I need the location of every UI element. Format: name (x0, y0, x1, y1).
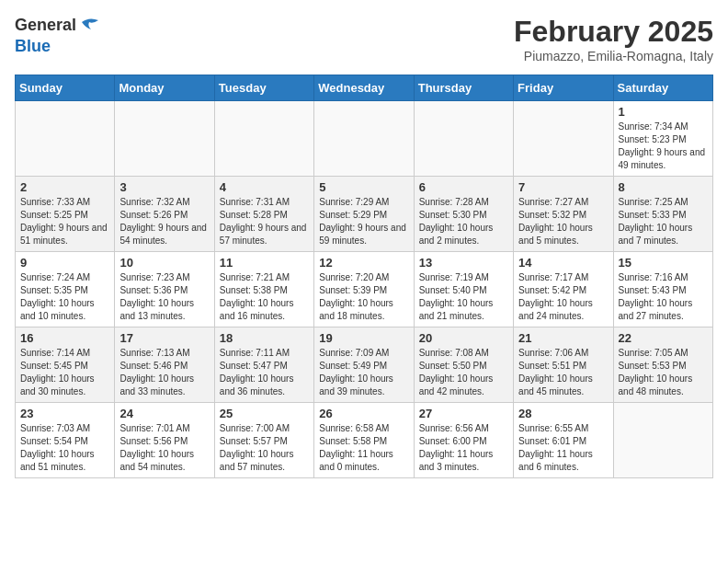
calendar-cell (115, 101, 214, 177)
day-number: 15 (619, 256, 708, 270)
day-number: 10 (119, 256, 209, 270)
day-number: 4 (220, 180, 309, 194)
day-number: 27 (419, 407, 508, 420)
day-info: Sunrise: 7:27 AM Sunset: 5:32 PM Dayligh… (518, 196, 608, 247)
calendar-cell: 22Sunrise: 7:05 AM Sunset: 5:53 PM Dayli… (613, 327, 712, 403)
day-number: 25 (220, 407, 309, 420)
calendar-cell: 27Sunrise: 6:56 AM Sunset: 6:00 PM Dayli… (414, 403, 513, 478)
day-number: 6 (419, 180, 508, 194)
day-number: 8 (619, 180, 708, 194)
day-info: Sunrise: 7:01 AM Sunset: 5:56 PM Dayligh… (119, 422, 209, 474)
day-number: 20 (419, 331, 508, 345)
calendar-week-row: 1Sunrise: 7:34 AM Sunset: 5:23 PM Daylig… (16, 101, 713, 177)
calendar-week-row: 9Sunrise: 7:24 AM Sunset: 5:35 PM Daylig… (16, 252, 713, 327)
day-info: Sunrise: 7:05 AM Sunset: 5:53 PM Dayligh… (619, 347, 708, 398)
calendar-cell: 18Sunrise: 7:11 AM Sunset: 5:47 PM Dayli… (214, 327, 313, 403)
calendar-cell: 25Sunrise: 7:00 AM Sunset: 5:57 PM Dayli… (214, 403, 313, 478)
logo: General Blue (15, 15, 100, 57)
calendar-cell (613, 403, 712, 478)
calendar-cell: 3Sunrise: 7:32 AM Sunset: 5:26 PM Daylig… (115, 177, 214, 252)
day-number: 11 (220, 256, 309, 270)
calendar-cell: 4Sunrise: 7:31 AM Sunset: 5:28 PM Daylig… (214, 177, 313, 252)
day-number: 19 (319, 331, 408, 345)
calendar-cell: 26Sunrise: 6:58 AM Sunset: 5:58 PM Dayli… (314, 403, 414, 478)
calendar-cell: 24Sunrise: 7:01 AM Sunset: 5:56 PM Dayli… (115, 403, 214, 478)
day-info: Sunrise: 7:31 AM Sunset: 5:28 PM Dayligh… (220, 196, 309, 247)
month-title: February 2025 (514, 15, 713, 49)
calendar-week-row: 16Sunrise: 7:14 AM Sunset: 5:45 PM Dayli… (16, 327, 713, 403)
day-info: Sunrise: 7:25 AM Sunset: 5:33 PM Dayligh… (619, 196, 708, 247)
calendar-cell (16, 101, 115, 177)
calendar-cell: 5Sunrise: 7:29 AM Sunset: 5:29 PM Daylig… (314, 177, 414, 252)
title-block: February 2025 Piumazzo, Emilia-Romagna, … (514, 15, 713, 63)
day-info: Sunrise: 7:20 AM Sunset: 5:39 PM Dayligh… (319, 271, 408, 323)
calendar-cell: 19Sunrise: 7:09 AM Sunset: 5:49 PM Dayli… (314, 327, 414, 403)
day-number: 17 (119, 331, 209, 345)
calendar-cell: 20Sunrise: 7:08 AM Sunset: 5:50 PM Dayli… (414, 327, 513, 403)
day-info: Sunrise: 7:08 AM Sunset: 5:50 PM Dayligh… (419, 347, 508, 398)
calendar-cell: 12Sunrise: 7:20 AM Sunset: 5:39 PM Dayli… (314, 252, 414, 327)
day-info: Sunrise: 7:13 AM Sunset: 5:46 PM Dayligh… (119, 347, 209, 398)
calendar-week-row: 2Sunrise: 7:33 AM Sunset: 5:25 PM Daylig… (16, 177, 713, 252)
calendar-cell: 28Sunrise: 6:55 AM Sunset: 6:01 PM Dayli… (514, 403, 613, 478)
day-info: Sunrise: 7:00 AM Sunset: 5:57 PM Dayligh… (220, 422, 309, 474)
calendar-cell (414, 101, 513, 177)
day-number: 5 (319, 180, 408, 194)
day-number: 9 (20, 256, 109, 270)
calendar-day-header: Sunday (16, 75, 115, 101)
calendar-cell: 21Sunrise: 7:06 AM Sunset: 5:51 PM Dayli… (514, 327, 613, 403)
day-info: Sunrise: 7:03 AM Sunset: 5:54 PM Dayligh… (20, 422, 109, 474)
calendar-cell: 14Sunrise: 7:17 AM Sunset: 5:42 PM Dayli… (514, 252, 613, 327)
calendar-header-row: SundayMondayTuesdayWednesdayThursdayFrid… (16, 75, 713, 101)
calendar-cell (514, 101, 613, 177)
day-info: Sunrise: 7:24 AM Sunset: 5:35 PM Dayligh… (20, 271, 109, 323)
calendar-cell: 11Sunrise: 7:21 AM Sunset: 5:38 PM Dayli… (214, 252, 313, 327)
day-number: 12 (319, 256, 408, 270)
logo-general-text: General (15, 16, 76, 36)
calendar-cell: 7Sunrise: 7:27 AM Sunset: 5:32 PM Daylig… (514, 177, 613, 252)
day-info: Sunrise: 6:55 AM Sunset: 6:01 PM Dayligh… (518, 422, 608, 474)
calendar-cell: 2Sunrise: 7:33 AM Sunset: 5:25 PM Daylig… (16, 177, 115, 252)
calendar-day-header: Friday (514, 75, 613, 101)
day-info: Sunrise: 7:32 AM Sunset: 5:26 PM Dayligh… (119, 196, 209, 247)
day-number: 24 (119, 407, 209, 420)
calendar-cell: 9Sunrise: 7:24 AM Sunset: 5:35 PM Daylig… (16, 252, 115, 327)
calendar-day-header: Wednesday (314, 75, 414, 101)
calendar-cell (214, 101, 313, 177)
calendar-cell: 6Sunrise: 7:28 AM Sunset: 5:30 PM Daylig… (414, 177, 513, 252)
day-info: Sunrise: 7:23 AM Sunset: 5:36 PM Dayligh… (119, 271, 209, 323)
day-number: 23 (20, 407, 109, 420)
day-number: 14 (518, 256, 608, 270)
day-number: 26 (319, 407, 408, 420)
day-info: Sunrise: 7:09 AM Sunset: 5:49 PM Dayligh… (319, 347, 408, 398)
calendar-cell: 10Sunrise: 7:23 AM Sunset: 5:36 PM Dayli… (115, 252, 214, 327)
calendar-week-row: 23Sunrise: 7:03 AM Sunset: 5:54 PM Dayli… (16, 403, 713, 478)
calendar-cell: 1Sunrise: 7:34 AM Sunset: 5:23 PM Daylig… (613, 101, 712, 177)
day-info: Sunrise: 6:58 AM Sunset: 5:58 PM Dayligh… (319, 422, 408, 474)
logo-blue-text: Blue (15, 37, 51, 55)
day-number: 21 (518, 331, 608, 345)
day-info: Sunrise: 7:29 AM Sunset: 5:29 PM Dayligh… (319, 196, 408, 247)
calendar-cell: 17Sunrise: 7:13 AM Sunset: 5:46 PM Dayli… (115, 327, 214, 403)
day-number: 1 (619, 105, 708, 119)
day-number: 2 (20, 180, 109, 194)
page-header: General Blue February 2025 Piumazzo, Emi… (15, 15, 713, 63)
calendar-cell: 15Sunrise: 7:16 AM Sunset: 5:43 PM Dayli… (613, 252, 712, 327)
day-number: 22 (619, 331, 708, 345)
calendar-cell: 16Sunrise: 7:14 AM Sunset: 5:45 PM Dayli… (16, 327, 115, 403)
calendar-day-header: Thursday (414, 75, 513, 101)
logo-bird-icon (78, 15, 100, 37)
day-info: Sunrise: 7:19 AM Sunset: 5:40 PM Dayligh… (419, 271, 508, 323)
calendar-day-header: Monday (115, 75, 214, 101)
calendar-cell: 13Sunrise: 7:19 AM Sunset: 5:40 PM Dayli… (414, 252, 513, 327)
day-info: Sunrise: 6:56 AM Sunset: 6:00 PM Dayligh… (419, 422, 508, 474)
day-number: 18 (220, 331, 309, 345)
day-info: Sunrise: 7:16 AM Sunset: 5:43 PM Dayligh… (619, 271, 708, 323)
calendar-cell (314, 101, 414, 177)
day-number: 16 (20, 331, 109, 345)
day-info: Sunrise: 7:33 AM Sunset: 5:25 PM Dayligh… (20, 196, 109, 247)
day-number: 7 (518, 180, 608, 194)
day-info: Sunrise: 7:28 AM Sunset: 5:30 PM Dayligh… (419, 196, 508, 247)
day-number: 3 (119, 180, 209, 194)
calendar-table: SundayMondayTuesdayWednesdayThursdayFrid… (15, 75, 713, 478)
